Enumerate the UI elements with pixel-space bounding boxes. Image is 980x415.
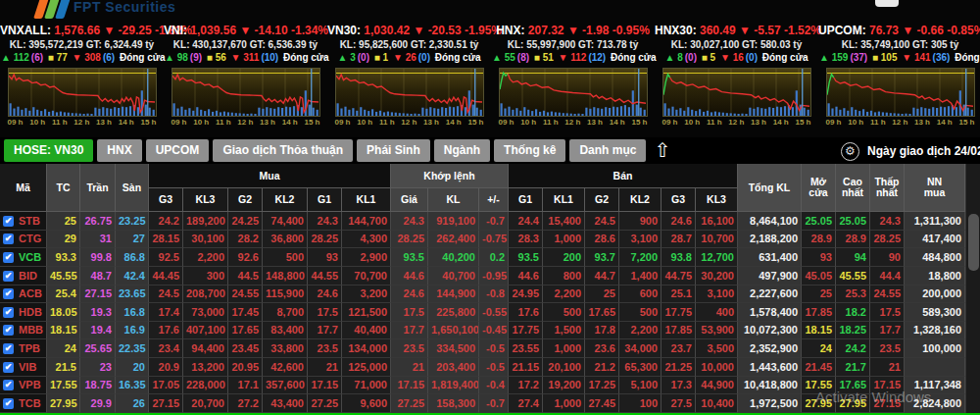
time-axis-labels: 09 h10 h11 h12 h13 h14 h15 h [826, 118, 975, 127]
tab-upcom[interactable]: UPCOM [146, 139, 210, 162]
time-tick-label: 13 h [423, 118, 439, 127]
checkbox-checked-icon[interactable]: ✔ [3, 216, 14, 227]
cell-match-volume: 262,400 [428, 231, 479, 248]
time-tick-label: 15 h [631, 118, 647, 127]
trading-date-label: Ngày giao dịch 24/02/2023 [867, 144, 980, 158]
index-panel-hnx30: HNX30: 360.49 ▼ -5.57 -1.52%KL: 30,027,1… [655, 24, 818, 133]
checkbox-checked-icon[interactable]: ✔ [3, 288, 14, 299]
symbol-label[interactable]: STB [19, 212, 40, 230]
checkbox-checked-icon[interactable]: ✔ [3, 252, 14, 263]
cell-buy-vol3: 13,200 [183, 358, 228, 377]
row-ACB[interactable]: ✔ACB25.427.1523.6524.5208,70024.55115,90… [0, 285, 965, 303]
cell-buy-price1: 21 [308, 358, 342, 377]
row-BID[interactable]: ✔BID45.5548.742.444.4530044.5148,80044.5… [0, 267, 965, 285]
cell-sell-price1: 17.75 [509, 322, 543, 339]
symbol-label[interactable]: CTG [19, 231, 41, 247]
cell-buy-price2: 23.45 [228, 339, 263, 358]
time-tick-label: 15 h [958, 118, 974, 127]
symbol-label[interactable]: ACB [19, 285, 42, 302]
checkbox-checked-icon[interactable]: ✔ [3, 343, 14, 354]
checkbox-checked-icon[interactable]: ✔ [3, 233, 14, 244]
row-TPB[interactable]: ✔TPB2425.6522.3523.494,40023.4533,80023.… [0, 339, 965, 358]
cell-sell-vol2: 100 [619, 394, 662, 413]
symbol-label[interactable]: HDB [19, 303, 42, 321]
checkbox-checked-icon[interactable]: ✔ [3, 380, 14, 390]
tab-giao-d-ch-th-a-thu-n[interactable]: Giao dịch Thỏa thuận [213, 139, 353, 162]
checkbox-checked-icon[interactable]: ✔ [3, 325, 14, 336]
index-name: HNX30: [655, 24, 700, 37]
cell-buy-price2: 24.55 [228, 285, 263, 303]
index-name: VNXALL: [0, 24, 54, 37]
cell-sell-vol3: 3,500 [696, 339, 738, 358]
cell-buy-price1: 44.55 [308, 267, 342, 285]
cell-foreign-buy [905, 358, 965, 377]
row-CTG[interactable]: ✔CTG29312728.1530,10028.236,80028.254,30… [0, 231, 965, 248]
checkbox-checked-icon[interactable]: ✔ [3, 398, 14, 409]
cell-sell-price3: 25.1 [662, 285, 696, 303]
symbol-label[interactable]: TCB [19, 394, 41, 412]
symbol-label[interactable]: BID [19, 267, 37, 285]
time-tick-label: 12 h [74, 118, 89, 127]
cell-buy-vol1: 121,500 [342, 303, 391, 322]
checkbox-checked-icon[interactable]: ✔ [3, 271, 14, 282]
index-value: 1,576.66 [54, 24, 103, 37]
row-VIB[interactable]: ✔VIB21.5232020.913,20020.9542,60021125,0… [0, 358, 965, 377]
row-STB[interactable]: ✔STB2526.7523.2524.2189,20024.2574,40024… [0, 212, 965, 231]
cell-ceiling: 25.65 [80, 339, 116, 358]
cell-buy-vol2: 148,800 [263, 267, 308, 285]
time-tick-label: 09 h [172, 118, 187, 127]
symbol-label[interactable]: TPB [19, 339, 40, 357]
gear-icon[interactable]: ⚙ [841, 142, 859, 161]
cell-buy-price2: 20.95 [228, 358, 263, 377]
time-tick-label: 12 h [564, 118, 580, 127]
expand-arrow-icon[interactable]: ⇧ [654, 138, 670, 162]
time-tick-label: 12 h [728, 118, 744, 127]
scrollbar-track[interactable] [965, 164, 980, 413]
floor-count: (6) [103, 52, 115, 63]
cell-sell-vol2: 65,300 [619, 358, 662, 377]
checkbox-checked-icon[interactable]: ✔ [3, 307, 14, 318]
cell-total-volume: 2,352,900 [738, 339, 802, 358]
tab-danh-m-c[interactable]: Danh mục [569, 139, 646, 162]
symbol-label[interactable]: VCB [19, 248, 41, 266]
unchanged-icon: ■ 77 [45, 52, 68, 63]
tab-ph-i-sinh[interactable]: Phái Sinh [357, 139, 430, 162]
symbol-label[interactable]: VIB [19, 358, 36, 376]
tab-hnx[interactable]: HNX [97, 139, 141, 162]
row-HDB[interactable]: ✔HDB18.0519.316.817.473,00017.458,70017.… [0, 303, 965, 322]
cell-low: 23.5 [870, 339, 905, 358]
tab-hose-vn30[interactable]: HOSE: VN30 [4, 139, 93, 162]
cell-buy-vol3: 407,100 [183, 322, 228, 339]
price-board-body: ✔STB2526.7523.2524.2189,20024.2574,40024… [0, 212, 965, 413]
decliners-icon: ▼ 112 [556, 52, 587, 63]
advancers-icon: ▲ 112 [1, 52, 29, 63]
time-tick-label: 13 h [96, 118, 112, 127]
cell-ceiling: 19.4 [80, 322, 116, 339]
index-intraday-chart [826, 68, 975, 117]
index-intraday-chart [499, 68, 648, 117]
cell-open: 24 [802, 339, 836, 358]
cell-match-price: 17.5 [391, 303, 428, 322]
symbol-label[interactable]: MBB [19, 322, 43, 338]
cell-sell-price2: 93.7 [585, 248, 619, 267]
down-arrow-icon: ▼ [103, 24, 118, 37]
cell-symbol: ✔VIB [0, 358, 47, 377]
row-MBB[interactable]: ✔MBB18.1519.416.917.6407,10017.6583,4001… [0, 322, 965, 339]
cell-sell-price1: 23.55 [509, 339, 543, 358]
scrollbar-thumb[interactable] [968, 214, 979, 271]
cell-match-price: 28.25 [391, 231, 428, 248]
collapse-handle[interactable] [875, 0, 899, 7]
tab-th-ng-k-[interactable]: Thống kê [494, 139, 565, 162]
tab-ng-nh[interactable]: Ngành [434, 139, 490, 162]
index-change: -14.10 [255, 24, 291, 37]
cell-reference: 18.15 [47, 322, 80, 339]
checkbox-checked-icon[interactable]: ✔ [3, 362, 14, 373]
cell-total-volume: 1,443,600 [738, 358, 802, 377]
row-VCB[interactable]: ✔VCB93.399.886.892.52,20092.6500932,9009… [0, 248, 965, 267]
time-tick-label: 15 h [795, 118, 810, 127]
symbol-label[interactable]: VPB [19, 377, 41, 393]
session-status: Đóng cửa [432, 52, 480, 63]
cell-sell-vol2: 500 [619, 303, 662, 322]
cell-sell-vol2: 2,200 [619, 322, 662, 339]
unchanged-icon: ■ 5 [699, 52, 715, 63]
